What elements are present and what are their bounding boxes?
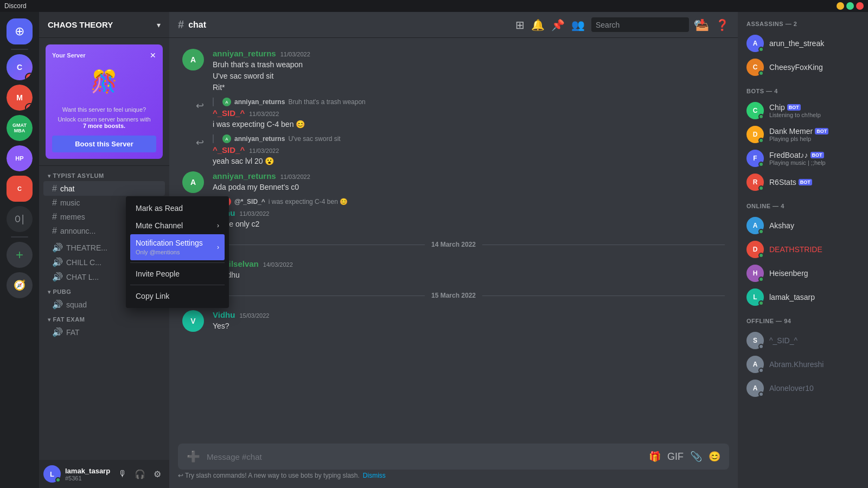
ctx-label-mark-read: Mark as Read (136, 204, 183, 213)
member-name-cheesy: CheesyFoxKing (769, 63, 823, 72)
discover-button[interactable]: 🧭 (7, 272, 33, 298)
ctx-notification-settings[interactable]: Notification SettingsOnly @mentions › (130, 234, 225, 260)
ctx-mark-as-read[interactable]: Mark as Read (130, 200, 225, 217)
minimize-button[interactable]: — (837, 2, 844, 10)
message-text-2: U've sac sword sit (213, 70, 725, 82)
message-row: T Tamilselvan 14/03/2022 @Vidhu (169, 257, 738, 283)
member-item-lamak[interactable]: L lamak_tasarp (742, 285, 864, 309)
member-status-deathstride (758, 253, 764, 258)
user-tag-display: #5361 (65, 475, 111, 481)
close-button[interactable]: ✕ (856, 2, 864, 10)
server-icon-4[interactable]: HP (7, 145, 33, 171)
settings-button[interactable]: ⚙ (150, 466, 165, 481)
message-content-4: anniyan_returns 11/03/2022 Ada poda my B… (213, 171, 725, 193)
member-item-cheesy[interactable]: C CheesyFoxKing (742, 55, 864, 79)
message-input-area: ➕ 🎁 GIF 📎 😊 ↩ Try slash commands! A new … (169, 444, 738, 488)
message-timestamp: 11/03/2022 (280, 51, 310, 57)
message-timestamp-7: 14/03/2022 (263, 261, 293, 268)
server-sidebar: ⊕ C 2 M 6 GMAT MBA HP C 이 (0, 12, 39, 488)
add-server-button[interactable]: + (7, 242, 33, 268)
member-item-dank[interactable]: D Dank Memer BOT Playing pls help (742, 123, 864, 146)
message-row: A anniyan_returns 11/03/2022 Bruh that's… (169, 47, 738, 95)
server-icon-5[interactable]: 이 (7, 206, 33, 232)
member-item-fredboat[interactable]: F FredBoat♪♪ BOT Playing music | ;;help (742, 146, 864, 170)
text-channel-icon: # (52, 184, 57, 194)
boost-card-close[interactable]: ✕ (150, 51, 156, 60)
member-avatar-akshay: A (746, 217, 764, 234)
members-cat-label-online: ONLINE — 4 (742, 203, 864, 209)
pin-button[interactable]: 📌 (551, 18, 565, 31)
notification-badge: 2 (25, 73, 33, 80)
search-input[interactable] (596, 21, 691, 29)
headset-button[interactable]: 🎧 (132, 466, 148, 481)
gif-button[interactable]: GIF (667, 451, 684, 463)
channel-item-fat[interactable]: 🔊 FAT (43, 325, 165, 339)
server-icon-chaos[interactable]: C (7, 176, 33, 202)
member-item-abram[interactable]: A Abram.Khureshi (742, 352, 864, 376)
member-item-chip[interactable]: C Chip BOT Listening to ch!help (742, 99, 864, 123)
help-button[interactable]: ❓ (716, 18, 729, 31)
member-avatar-alone: A (746, 380, 764, 397)
date-line-right (482, 245, 725, 245)
inbox-button[interactable]: 📥 (695, 18, 709, 31)
member-item-akshay[interactable]: A Akshay (742, 214, 864, 237)
member-item-deathstride[interactable]: D DEATHSTRIDE (742, 237, 864, 261)
ctx-label-notification: Notification SettingsOnly @mentions (136, 239, 203, 256)
message-author-3[interactable]: ^_SID_^ (213, 145, 245, 155)
discord-home-button[interactable]: ⊕ (7, 18, 33, 44)
maximize-button[interactable]: ☐ (846, 2, 854, 10)
sticker-button[interactable]: 📎 (690, 451, 702, 463)
reply-text-5: i was expecting C-4 ben 😊 (269, 198, 348, 206)
message-input[interactable] (207, 446, 642, 468)
member-name-row-fredboat: FredBoat♪♪ BOT (769, 151, 859, 159)
member-item-r6stats[interactable]: R R6Stats BOT (742, 170, 864, 194)
microphone-button[interactable]: 🎙 (115, 466, 130, 481)
message-author-9[interactable]: Vidhu (213, 310, 235, 319)
member-item-arun[interactable]: A arun_the_streak (742, 31, 864, 55)
member-item-alone[interactable]: A Alonelover10 (742, 376, 864, 400)
category-chevron-icon: ▾ (48, 173, 51, 179)
message-input-box: ➕ 🎁 GIF 📎 😊 (178, 444, 729, 470)
member-info-fredboat: FredBoat♪♪ BOT Playing music | ;;help (769, 151, 859, 166)
message-author-4[interactable]: anniyan_returns (213, 171, 276, 181)
server-icon-3[interactable]: GMAT MBA (7, 115, 33, 141)
message-author[interactable]: ^_SID_^ (213, 108, 245, 118)
members-cat-label-offline: OFFLINE — 94 (742, 318, 864, 324)
member-status-sid (758, 344, 764, 349)
category-header-typist[interactable]: ▾ TYPIST ASYLUM (39, 170, 169, 181)
members-button[interactable]: 👥 (571, 18, 585, 31)
category-header-fat[interactable]: ▾ FAT EXAM (39, 314, 169, 325)
member-name-row-chip: Chip BOT (769, 103, 859, 112)
gift-button[interactable]: 🎁 (649, 451, 661, 463)
boost-server-button[interactable]: Boost this Server (52, 136, 156, 152)
ctx-invite-people[interactable]: Invite People (130, 265, 225, 282)
ctx-mute-channel[interactable]: Mute Channel › (130, 217, 225, 234)
message-row: V Vidhu 15/03/2022 Yes? (169, 308, 738, 334)
channel-item-chat[interactable]: # chat 👤+ (43, 181, 165, 196)
message-header-9: Vidhu 15/03/2022 (213, 310, 725, 319)
user-avatar[interactable]: L (43, 465, 61, 483)
channel-sidebar: CHAOS THEORY ▾ Your Server ✕ 🎊 Want this… (39, 12, 169, 488)
member-info-sid: ^_SID_^ (769, 336, 859, 345)
message-header-3: ^_SID_^ 11/03/2022 (213, 145, 725, 155)
threads-button[interactable]: ⊞ (515, 18, 525, 31)
add-attachment-button[interactable]: ➕ (187, 444, 200, 470)
member-name-akshay: Akshay (769, 221, 794, 230)
server-icon-1[interactable]: C 2 (7, 54, 33, 80)
message-author[interactable]: anniyan_returns (213, 49, 276, 58)
tip-dismiss-link[interactable]: Dismiss (363, 472, 386, 479)
notifications-button[interactable]: 🔔 (531, 18, 545, 31)
message-text-4: yeah sac lvl 20 😮 (213, 156, 725, 167)
ctx-copy-link[interactable]: Copy Link (130, 287, 225, 305)
member-item-heisenberg[interactable]: H Heisenberg (742, 261, 864, 285)
message-content-3: A anniyan_returns U've sac sword sit ^_S… (213, 134, 725, 167)
member-status-fredboat (758, 162, 764, 167)
pubg-chevron-icon: ▾ (48, 289, 51, 295)
emoji-button[interactable]: 😊 (709, 451, 720, 463)
search-box[interactable]: 🔍 (591, 17, 689, 32)
voice-channel-icon: 🔊 (52, 242, 63, 253)
server-icon-2[interactable]: M 6 (7, 85, 33, 111)
members-category-assassins: ASSASSINS — 2 A arun_the_streak C Cheesy… (742, 21, 864, 79)
member-item-sid[interactable]: S ^_SID_^ (742, 329, 864, 352)
server-header[interactable]: CHAOS THEORY ▾ (39, 12, 169, 38)
